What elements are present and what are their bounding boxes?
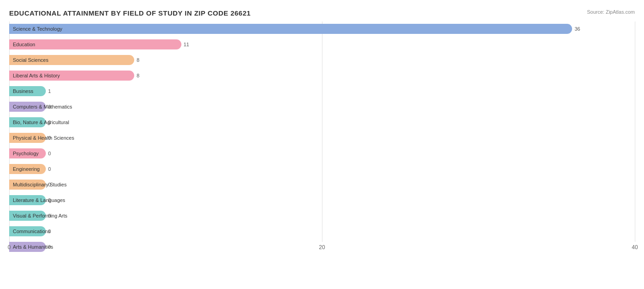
bar-fill: Business1	[9, 86, 46, 96]
bar-row: Computers & Mathematics0	[9, 99, 635, 114]
bar-row: Business1	[9, 84, 635, 98]
bar-value-label: 1	[48, 88, 51, 94]
bar-value-label: 0	[48, 120, 51, 125]
bar-label: Engineering	[13, 166, 40, 172]
bar-fill: Liberal Arts & History8	[9, 71, 134, 81]
bar-fill: Social Sciences8	[9, 55, 134, 65]
x-tick-40: 40	[632, 244, 638, 251]
bar-row: Bio, Nature & Agricultural0	[9, 115, 635, 130]
bar-fill: Computers & Mathematics0	[9, 102, 46, 112]
bar-label: Liberal Arts & History	[13, 73, 60, 78]
bar-value-label: 8	[136, 73, 139, 78]
bar-value-label: 11	[184, 42, 189, 47]
bar-row: Science & Technology36	[9, 22, 635, 36]
bar-value-label: 0	[48, 197, 51, 203]
bar-row: Education11	[9, 37, 635, 52]
bar-fill: Communications0	[9, 226, 46, 236]
bar-value-label: 36	[574, 26, 580, 32]
bar-label: Physical & Health Sciences	[13, 135, 74, 141]
bar-row: Liberal Arts & History8	[9, 68, 635, 83]
bar-value-label: 8	[136, 57, 139, 63]
bar-fill: Engineering0	[9, 164, 46, 174]
bar-label: Education	[13, 42, 35, 47]
chart-title: EDUCATIONAL ATTAINMENT BY FIELD OF STUDY…	[9, 9, 635, 17]
bar-label: Science & Technology	[13, 26, 62, 32]
x-axis: 0 20 40	[9, 242, 635, 256]
bar-row: Physical & Health Sciences0	[9, 131, 635, 145]
bar-fill: Education11	[9, 39, 181, 49]
bar-value-label: 0	[48, 151, 51, 156]
bar-label: Social Sciences	[13, 57, 49, 63]
bar-label: Communications	[13, 229, 50, 234]
bar-row: Communications0	[9, 224, 635, 239]
bar-label: Psychology	[13, 151, 38, 156]
bars-section: Science & Technology36Education11Social …	[9, 22, 635, 242]
bar-fill: Physical & Health Sciences0	[9, 133, 46, 143]
bar-row: Visual & Performing Arts0	[9, 208, 635, 223]
x-tick-20: 20	[319, 244, 325, 251]
bar-row: Multidisciplinary Studies0	[9, 177, 635, 192]
chart-container: EDUCATIONAL ATTAINMENT BY FIELD OF STUDY…	[0, 0, 644, 289]
bar-fill: Bio, Nature & Agricultural0	[9, 117, 46, 127]
bar-label: Computers & Mathematics	[13, 104, 72, 109]
bar-fill: Literature & Languages0	[9, 195, 46, 205]
bar-fill: Psychology0	[9, 148, 46, 158]
bar-label: Multidisciplinary Studies	[13, 182, 66, 187]
bar-value-label: 0	[48, 166, 51, 172]
bar-value-label: 0	[48, 213, 51, 218]
bar-value-label: 0	[48, 104, 51, 109]
bar-row: Engineering0	[9, 162, 635, 176]
bar-label: Business	[13, 88, 33, 94]
bar-value-label: 0	[48, 135, 51, 141]
grid-line-40	[635, 22, 635, 242]
bar-label: Bio, Nature & Agricultural	[13, 120, 69, 125]
bar-row: Social Sciences8	[9, 53, 635, 67]
bar-fill: Multidisciplinary Studies0	[9, 180, 46, 190]
chart-source: Source: ZipAtlas.com	[587, 9, 635, 15]
x-tick-0: 0	[8, 244, 11, 251]
bar-fill: Visual & Performing Arts0	[9, 211, 46, 221]
bar-label: Visual & Performing Arts	[13, 213, 67, 218]
bar-label: Literature & Languages	[13, 197, 65, 203]
bar-value-label: 0	[48, 229, 51, 234]
bar-row: Literature & Languages0	[9, 193, 635, 207]
chart-area: Science & Technology36Education11Social …	[9, 22, 635, 256]
bar-value-label: 0	[48, 182, 51, 187]
bar-fill: Science & Technology36	[9, 24, 572, 34]
bar-row: Psychology0	[9, 146, 635, 161]
